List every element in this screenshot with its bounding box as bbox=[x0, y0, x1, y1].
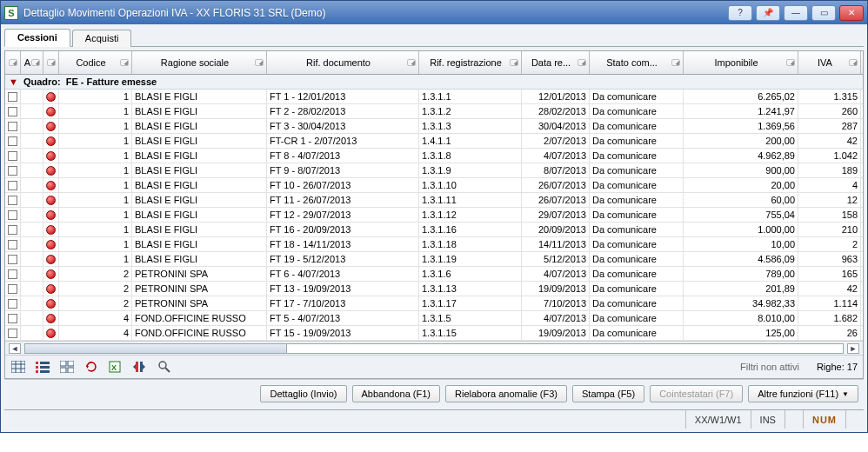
row-ragione: BLASI E FIGLI bbox=[132, 119, 267, 133]
search-icon[interactable] bbox=[157, 359, 172, 375]
row-checkbox[interactable] bbox=[5, 252, 21, 266]
stampa-button[interactable]: Stampa (F5) bbox=[572, 385, 644, 402]
row-checkbox[interactable] bbox=[5, 163, 21, 177]
col-status[interactable] bbox=[43, 51, 59, 74]
close-button[interactable]: ✕ bbox=[839, 5, 864, 21]
refresh-icon[interactable] bbox=[83, 359, 99, 375]
row-checkbox[interactable] bbox=[5, 267, 21, 281]
tab-acquisti[interactable]: Acquisti bbox=[72, 30, 132, 47]
scroll-left-icon[interactable]: ◄ bbox=[9, 343, 21, 354]
rielabora-button[interactable]: Rielabora anomalie (F3) bbox=[445, 385, 567, 402]
row-checkbox[interactable] bbox=[5, 178, 21, 192]
row-imponibile: 4.962,89 bbox=[684, 149, 798, 163]
row-a bbox=[21, 193, 43, 207]
col-rif-documento[interactable]: Rif. documento bbox=[267, 51, 419, 74]
group-row[interactable]: ▼ Quadro: FE - Fatture emesse bbox=[5, 75, 863, 90]
pin-button[interactable]: 📌 bbox=[756, 5, 780, 21]
row-rif-registrazione: 1.3.1.6 bbox=[419, 267, 522, 281]
row-a bbox=[21, 326, 43, 340]
row-stato: Da comunicare bbox=[590, 104, 684, 118]
tab-cessioni[interactable]: Cessioni bbox=[4, 29, 70, 47]
help-button[interactable]: ? bbox=[728, 5, 752, 21]
table-row[interactable]: 1BLASI E FIGLIFT 1 - 12/01/20131.3.1.112… bbox=[5, 90, 863, 104]
col-data-re[interactable]: Data re... bbox=[522, 51, 590, 74]
row-checkbox[interactable] bbox=[5, 149, 21, 163]
abbandona-button[interactable]: Abbandona (F1) bbox=[352, 385, 441, 402]
row-rif-documento: FT 1 - 12/01/2013 bbox=[267, 90, 419, 103]
table-row[interactable]: 2PETRONINI SPAFT 6 - 4/07/20131.3.1.64/0… bbox=[5, 267, 863, 282]
table-row[interactable]: 1BLASI E FIGLIFT 12 - 29/07/20131.3.1.12… bbox=[5, 208, 863, 223]
row-checkbox[interactable] bbox=[5, 193, 21, 207]
row-checkbox[interactable] bbox=[5, 296, 21, 310]
row-checkbox[interactable] bbox=[5, 282, 21, 296]
row-data: 4/07/2013 bbox=[522, 149, 590, 163]
grid-rows[interactable]: 1BLASI E FIGLIFT 1 - 12/01/20131.3.1.112… bbox=[5, 90, 863, 341]
scroll-right-icon[interactable]: ► bbox=[847, 343, 859, 354]
table-row[interactable]: 1BLASI E FIGLIFT 11 - 26/07/20131.3.1.11… bbox=[5, 193, 863, 208]
col-ragione[interactable]: Ragione sociale bbox=[132, 51, 267, 74]
maximize-button[interactable]: ▭ bbox=[811, 5, 836, 21]
row-status-icon bbox=[43, 267, 59, 281]
row-iva: 165 bbox=[798, 267, 861, 281]
col-imponibile[interactable]: Imponibile bbox=[684, 51, 798, 74]
row-ragione: FOND.OFFICINE RUSSO bbox=[132, 326, 267, 340]
list-view-icon[interactable] bbox=[35, 359, 50, 375]
table-row[interactable]: 1BLASI E FIGLIFT 19 - 5/12/20131.3.1.195… bbox=[5, 252, 863, 267]
row-iva: 1.315 bbox=[798, 90, 861, 103]
col-rif-registrazione[interactable]: Rif. registrazione bbox=[419, 51, 522, 74]
scroll-track[interactable] bbox=[24, 343, 844, 354]
scroll-thumb[interactable] bbox=[25, 344, 287, 353]
table-row[interactable]: 2PETRONINI SPAFT 17 - 7/10/20131.3.1.177… bbox=[5, 296, 863, 311]
row-status-icon bbox=[43, 326, 59, 340]
row-checkbox[interactable] bbox=[5, 90, 21, 103]
col-checkbox[interactable] bbox=[5, 51, 21, 74]
resize-grip-icon[interactable] bbox=[845, 410, 864, 429]
row-stato: Da comunicare bbox=[590, 119, 684, 133]
svg-rect-5 bbox=[36, 362, 38, 364]
collapse-icon[interactable]: ▼ bbox=[9, 76, 18, 87]
svg-rect-18 bbox=[136, 362, 138, 372]
row-imponibile: 900,00 bbox=[684, 163, 798, 177]
row-checkbox[interactable] bbox=[5, 134, 21, 148]
grid-view-icon[interactable] bbox=[10, 359, 26, 375]
col-stato-com[interactable]: Stato com... bbox=[590, 51, 684, 74]
table-row[interactable]: 1BLASI E FIGLIFT-CR 1 - 2/07/20131.4.1.1… bbox=[5, 134, 863, 149]
svg-marker-21 bbox=[143, 364, 145, 369]
row-checkbox[interactable] bbox=[5, 326, 21, 340]
configure-columns-icon[interactable] bbox=[132, 359, 148, 375]
row-rif-registrazione: 1.3.1.9 bbox=[419, 163, 522, 177]
row-iva: 4 bbox=[798, 178, 861, 192]
row-rif-registrazione: 1.3.1.18 bbox=[419, 237, 522, 251]
horizontal-scrollbar[interactable]: ◄ ► bbox=[5, 341, 863, 355]
table-row[interactable]: 1BLASI E FIGLIFT 8 - 4/07/20131.3.1.84/0… bbox=[5, 149, 863, 163]
table-row[interactable]: 1BLASI E FIGLIFT 16 - 20/09/20131.3.1.16… bbox=[5, 223, 863, 237]
card-view-icon[interactable] bbox=[59, 359, 75, 375]
svg-rect-12 bbox=[68, 361, 74, 366]
dettaglio-button[interactable]: Dettaglio (Invio) bbox=[260, 385, 346, 402]
row-checkbox[interactable] bbox=[5, 311, 21, 325]
row-codice: 1 bbox=[59, 223, 132, 236]
table-row[interactable]: 1BLASI E FIGLIFT 2 - 28/02/20131.3.1.228… bbox=[5, 104, 863, 119]
table-row[interactable]: 4FOND.OFFICINE RUSSOFT 15 - 19/09/20131.… bbox=[5, 326, 863, 341]
col-codice[interactable]: Codice bbox=[59, 51, 132, 74]
row-checkbox[interactable] bbox=[5, 223, 21, 236]
row-checkbox[interactable] bbox=[5, 237, 21, 251]
row-iva: 287 bbox=[798, 119, 861, 133]
row-ragione: BLASI E FIGLI bbox=[132, 252, 267, 266]
excel-export-icon[interactable]: X bbox=[108, 359, 124, 375]
table-row[interactable]: 2PETRONINI SPAFT 13 - 19/09/20131.3.1.13… bbox=[5, 282, 863, 296]
altre-funzioni-button[interactable]: Altre funzioni (F11) ▼ bbox=[748, 385, 858, 402]
table-row[interactable]: 1BLASI E FIGLIFT 18 - 14/11/20131.3.1.18… bbox=[5, 237, 863, 252]
table-row[interactable]: 4FOND.OFFICINE RUSSOFT 5 - 4/07/20131.3.… bbox=[5, 311, 863, 326]
row-checkbox[interactable] bbox=[5, 119, 21, 133]
row-imponibile: 1.241,97 bbox=[684, 104, 798, 118]
minimize-button[interactable]: — bbox=[784, 5, 808, 21]
col-iva[interactable]: IVA bbox=[798, 51, 861, 74]
row-checkbox[interactable] bbox=[5, 208, 21, 222]
row-checkbox[interactable] bbox=[5, 104, 21, 118]
table-row[interactable]: 1BLASI E FIGLIFT 10 - 26/07/20131.3.1.10… bbox=[5, 178, 863, 193]
table-row[interactable]: 1BLASI E FIGLIFT 9 - 8/07/20131.3.1.98/0… bbox=[5, 163, 863, 178]
table-row[interactable]: 1BLASI E FIGLIFT 3 - 30/04/20131.3.1.330… bbox=[5, 119, 863, 134]
row-ragione: BLASI E FIGLI bbox=[132, 104, 267, 118]
col-a[interactable]: A bbox=[21, 51, 43, 74]
